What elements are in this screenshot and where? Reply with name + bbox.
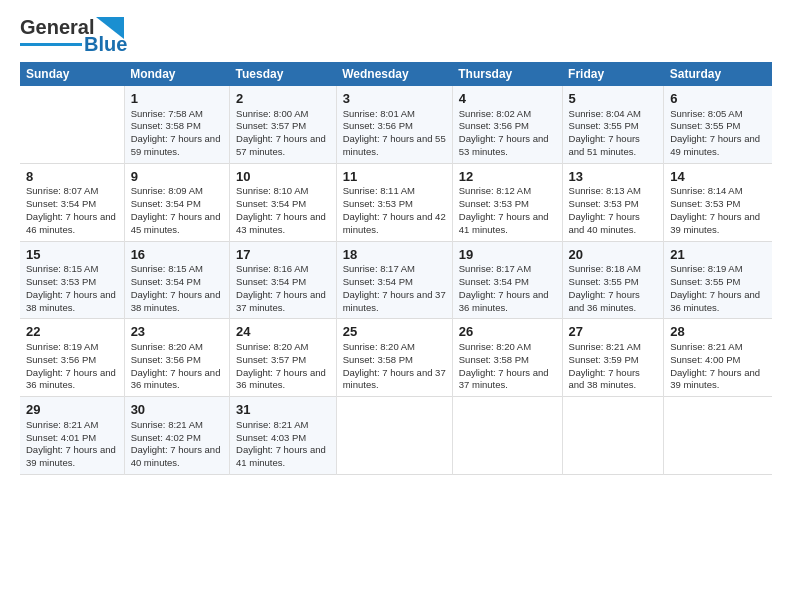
daylight: Daylight: 7 hours and 40 minutes.: [131, 444, 221, 468]
sunset: Sunset: 3:59 PM: [569, 354, 639, 365]
day-number: 26: [459, 323, 556, 341]
day-number: 4: [459, 90, 556, 108]
day-number: 22: [26, 323, 118, 341]
table-row: 31Sunrise: 8:21 AMSunset: 4:03 PMDayligh…: [230, 397, 337, 475]
table-row: 23Sunrise: 8:20 AMSunset: 3:56 PMDayligh…: [124, 319, 229, 397]
sunrise: Sunrise: 8:11 AM: [343, 185, 415, 196]
sunrise: Sunrise: 8:02 AM: [459, 108, 531, 119]
sunrise: Sunrise: 8:19 AM: [26, 341, 98, 352]
logo: General Blue: [20, 16, 127, 56]
day-number: 17: [236, 246, 330, 264]
day-number: 21: [670, 246, 766, 264]
sunrise: Sunrise: 8:18 AM: [569, 263, 641, 274]
day-number: 16: [131, 246, 223, 264]
sunset: Sunset: 3:58 PM: [131, 120, 201, 131]
daylight: Daylight: 7 hours and 43 minutes.: [236, 211, 326, 235]
sunset: Sunset: 3:56 PM: [343, 120, 413, 131]
sunset: Sunset: 4:02 PM: [131, 432, 201, 443]
sunrise: Sunrise: 8:21 AM: [131, 419, 203, 430]
table-row: [664, 397, 772, 475]
day-number: 5: [569, 90, 658, 108]
table-row: 10Sunrise: 8:10 AMSunset: 3:54 PMDayligh…: [230, 163, 337, 241]
daylight: Daylight: 7 hours and 36 minutes.: [670, 289, 760, 313]
sunset: Sunset: 4:03 PM: [236, 432, 306, 443]
table-row: 6Sunrise: 8:05 AMSunset: 3:55 PMDaylight…: [664, 86, 772, 163]
sunset: Sunset: 3:54 PM: [236, 276, 306, 287]
col-header-wednesday: Wednesday: [336, 62, 452, 86]
day-number: 14: [670, 168, 766, 186]
daylight: Daylight: 7 hours and 41 minutes.: [236, 444, 326, 468]
sunrise: Sunrise: 8:21 AM: [26, 419, 98, 430]
sunset: Sunset: 3:58 PM: [343, 354, 413, 365]
sunrise: Sunrise: 8:05 AM: [670, 108, 742, 119]
table-row: 4Sunrise: 8:02 AMSunset: 3:56 PMDaylight…: [452, 86, 562, 163]
table-row: 30Sunrise: 8:21 AMSunset: 4:02 PMDayligh…: [124, 397, 229, 475]
day-number: 29: [26, 401, 118, 419]
table-row: 14Sunrise: 8:14 AMSunset: 3:53 PMDayligh…: [664, 163, 772, 241]
sunset: Sunset: 3:56 PM: [131, 354, 201, 365]
table-row: [452, 397, 562, 475]
table-row: 20Sunrise: 8:18 AMSunset: 3:55 PMDayligh…: [562, 241, 664, 319]
table-row: 17Sunrise: 8:16 AMSunset: 3:54 PMDayligh…: [230, 241, 337, 319]
table-row: [336, 397, 452, 475]
col-header-thursday: Thursday: [452, 62, 562, 86]
sunset: Sunset: 3:57 PM: [236, 120, 306, 131]
table-row: 15Sunrise: 8:15 AMSunset: 3:53 PMDayligh…: [20, 241, 124, 319]
sunset: Sunset: 3:54 PM: [131, 276, 201, 287]
table-row: 27Sunrise: 8:21 AMSunset: 3:59 PMDayligh…: [562, 319, 664, 397]
table-row: 12Sunrise: 8:12 AMSunset: 3:53 PMDayligh…: [452, 163, 562, 241]
sunset: Sunset: 3:56 PM: [26, 354, 96, 365]
day-number: 25: [343, 323, 446, 341]
week-row-1: 8Sunrise: 8:07 AMSunset: 3:54 PMDaylight…: [20, 163, 772, 241]
day-number: 28: [670, 323, 766, 341]
sunrise: Sunrise: 8:12 AM: [459, 185, 531, 196]
sunset: Sunset: 3:54 PM: [131, 198, 201, 209]
table-row: 5Sunrise: 8:04 AMSunset: 3:55 PMDaylight…: [562, 86, 664, 163]
table-row: 9Sunrise: 8:09 AMSunset: 3:54 PMDaylight…: [124, 163, 229, 241]
col-header-saturday: Saturday: [664, 62, 772, 86]
sunset: Sunset: 3:55 PM: [569, 276, 639, 287]
daylight: Daylight: 7 hours and 38 minutes.: [131, 289, 221, 313]
table-row: 22Sunrise: 8:19 AMSunset: 3:56 PMDayligh…: [20, 319, 124, 397]
daylight: Daylight: 7 hours and 37 minutes.: [459, 367, 549, 391]
sunset: Sunset: 3:54 PM: [343, 276, 413, 287]
col-header-friday: Friday: [562, 62, 664, 86]
table-row: [562, 397, 664, 475]
sunrise: Sunrise: 8:15 AM: [26, 263, 98, 274]
day-number: 23: [131, 323, 223, 341]
day-number: 15: [26, 246, 118, 264]
table-row: 1Sunrise: 7:58 AMSunset: 3:58 PMDaylight…: [124, 86, 229, 163]
sunset: Sunset: 3:53 PM: [343, 198, 413, 209]
sunrise: Sunrise: 8:21 AM: [236, 419, 308, 430]
week-row-4: 29Sunrise: 8:21 AMSunset: 4:01 PMDayligh…: [20, 397, 772, 475]
day-number: 18: [343, 246, 446, 264]
sunrise: Sunrise: 8:20 AM: [343, 341, 415, 352]
sunrise: Sunrise: 8:20 AM: [459, 341, 531, 352]
day-number: 9: [131, 168, 223, 186]
day-number: 31: [236, 401, 330, 419]
sunrise: Sunrise: 8:17 AM: [459, 263, 531, 274]
sunset: Sunset: 3:55 PM: [569, 120, 639, 131]
daylight: Daylight: 7 hours and 36 minutes.: [26, 367, 116, 391]
table-row: 8Sunrise: 8:07 AMSunset: 3:54 PMDaylight…: [20, 163, 124, 241]
daylight: Daylight: 7 hours and 36 minutes.: [236, 367, 326, 391]
sunset: Sunset: 3:53 PM: [459, 198, 529, 209]
sunrise: Sunrise: 8:14 AM: [670, 185, 742, 196]
daylight: Daylight: 7 hours and 37 minutes.: [343, 367, 446, 391]
week-row-3: 22Sunrise: 8:19 AMSunset: 3:56 PMDayligh…: [20, 319, 772, 397]
day-number: 11: [343, 168, 446, 186]
daylight: Daylight: 7 hours and 36 minutes.: [569, 289, 640, 313]
logo-blue: Blue: [84, 33, 127, 56]
daylight: Daylight: 7 hours and 40 minutes.: [569, 211, 640, 235]
daylight: Daylight: 7 hours and 51 minutes.: [569, 133, 640, 157]
daylight: Daylight: 7 hours and 36 minutes.: [459, 289, 549, 313]
table-row: 29Sunrise: 8:21 AMSunset: 4:01 PMDayligh…: [20, 397, 124, 475]
day-number: 27: [569, 323, 658, 341]
sunrise: Sunrise: 8:21 AM: [670, 341, 742, 352]
sunrise: Sunrise: 8:19 AM: [670, 263, 742, 274]
table-row: 3Sunrise: 8:01 AMSunset: 3:56 PMDaylight…: [336, 86, 452, 163]
calendar-table: SundayMondayTuesdayWednesdayThursdayFrid…: [20, 62, 772, 475]
day-number: 24: [236, 323, 330, 341]
sunset: Sunset: 3:55 PM: [670, 120, 740, 131]
sunset: Sunset: 3:53 PM: [670, 198, 740, 209]
